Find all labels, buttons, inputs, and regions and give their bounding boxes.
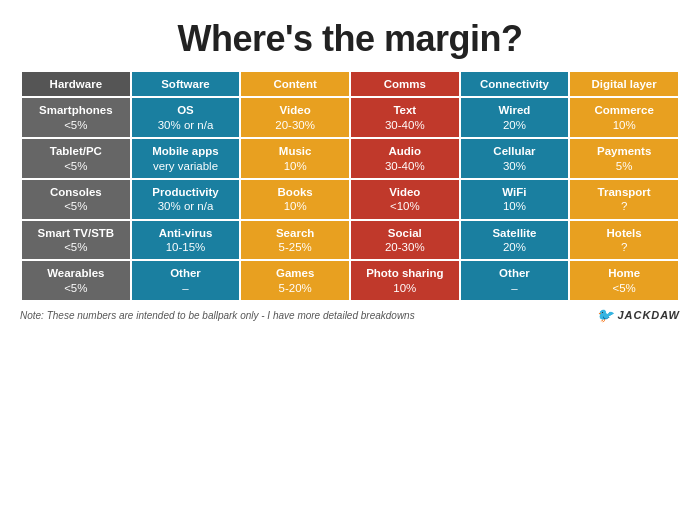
cell-hardware-3: Smart TV/STB<5% xyxy=(21,220,131,261)
bird-icon: 🐦 xyxy=(596,307,614,323)
brand-name: JACKDAW xyxy=(617,309,680,321)
cell-connect-0: Wired20% xyxy=(460,97,570,138)
page-title: Where's the margin? xyxy=(20,10,680,70)
cell-connect-3: Satellite20% xyxy=(460,220,570,261)
cell-hardware-1: Tablet/PC<5% xyxy=(21,138,131,179)
cell-content-0: Video20-30% xyxy=(240,97,350,138)
cell-comms-0: Text30-40% xyxy=(350,97,460,138)
brand-logo: 🐦 JACKDAW xyxy=(596,307,680,323)
col-header-content: Content xyxy=(240,71,350,97)
cell-content-3: Search5-25% xyxy=(240,220,350,261)
cell-content-1: Music10% xyxy=(240,138,350,179)
cell-hardware-4: Wearables<5% xyxy=(21,260,131,301)
cell-software-0: OS30% or n/a xyxy=(131,97,241,138)
col-header-hardware: Hardware xyxy=(21,71,131,97)
table-row: Smart TV/STB<5%Anti-virus10-15%Search5-2… xyxy=(21,220,679,261)
footer: Note: These numbers are intended to be b… xyxy=(20,307,680,323)
cell-connect-2: WiFi10% xyxy=(460,179,570,220)
cell-comms-4: Photo sharing10% xyxy=(350,260,460,301)
cell-digital-3: Hotels? xyxy=(569,220,679,261)
col-header-software: Software xyxy=(131,71,241,97)
cell-digital-2: Transport? xyxy=(569,179,679,220)
table-row: Smartphones<5%OS30% or n/aVideo20-30%Tex… xyxy=(21,97,679,138)
cell-connect-4: Other– xyxy=(460,260,570,301)
cell-software-3: Anti-virus10-15% xyxy=(131,220,241,261)
cell-comms-2: Video<10% xyxy=(350,179,460,220)
table-row: Wearables<5%Other–Games5-20%Photo sharin… xyxy=(21,260,679,301)
cell-digital-1: Payments5% xyxy=(569,138,679,179)
cell-comms-1: Audio30-40% xyxy=(350,138,460,179)
cell-comms-3: Social20-30% xyxy=(350,220,460,261)
table-row: Tablet/PC<5%Mobile appsvery variableMusi… xyxy=(21,138,679,179)
main-table: HardwareSoftwareContentCommsConnectivity… xyxy=(20,70,680,302)
cell-software-1: Mobile appsvery variable xyxy=(131,138,241,179)
col-header-comms: Comms xyxy=(350,71,460,97)
cell-software-2: Productivity30% or n/a xyxy=(131,179,241,220)
table-row: Consoles<5%Productivity30% or n/aBooks10… xyxy=(21,179,679,220)
cell-software-4: Other– xyxy=(131,260,241,301)
cell-digital-4: Home<5% xyxy=(569,260,679,301)
cell-hardware-0: Smartphones<5% xyxy=(21,97,131,138)
footer-note: Note: These numbers are intended to be b… xyxy=(20,310,415,321)
cell-digital-0: Commerce10% xyxy=(569,97,679,138)
cell-connect-1: Cellular30% xyxy=(460,138,570,179)
col-header-connect: Connectivity xyxy=(460,71,570,97)
cell-content-2: Books10% xyxy=(240,179,350,220)
page: Where's the margin? HardwareSoftwareCont… xyxy=(0,0,700,525)
cell-content-4: Games5-20% xyxy=(240,260,350,301)
col-header-digital: Digital layer xyxy=(569,71,679,97)
cell-hardware-2: Consoles<5% xyxy=(21,179,131,220)
